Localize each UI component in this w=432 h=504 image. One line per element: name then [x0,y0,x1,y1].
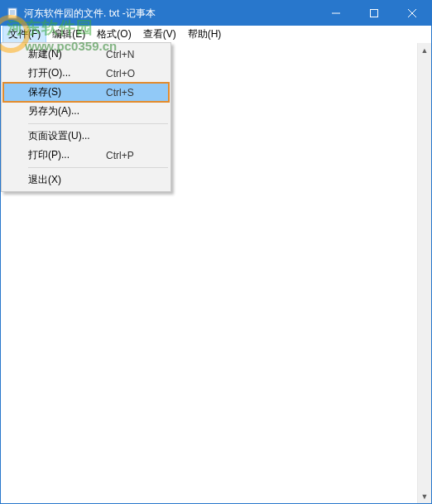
window-title: 河东软件园的文件. txt -记事本 [24,7,317,21]
notepad-icon [6,7,19,20]
menu-item-shortcut: Ctrl+P [106,150,144,161]
menu-item-label: 另存为(A)... [28,104,106,118]
vertical-scrollbar[interactable]: ▲ ▼ [417,43,431,503]
menu-item-label: 新建(N) [28,47,106,61]
menu-view[interactable]: 查看(V) [137,26,182,43]
titlebar: 河东软件园的文件. txt -记事本 [1,1,431,26]
menu-item[interactable]: 退出(X) [3,170,169,190]
menu-separator [28,123,168,124]
scroll-track[interactable] [418,57,431,489]
menu-file[interactable]: 文件(F) [2,26,46,43]
menu-help[interactable]: 帮助(H) [182,26,228,43]
menu-item[interactable]: 打印(P)...Ctrl+P [3,146,169,165]
svg-rect-0 [8,8,17,18]
menu-item-label: 退出(X) [28,173,106,187]
minimize-button[interactable] [317,1,355,26]
menu-item-shortcut: Ctrl+N [106,49,144,60]
maximize-button[interactable] [355,1,393,26]
menu-item[interactable]: 打开(O)...Ctrl+O [3,64,169,83]
menu-item-shortcut: Ctrl+O [106,68,144,79]
close-button[interactable] [393,1,431,26]
menu-separator [28,167,168,168]
menu-item-shortcut: Ctrl+S [106,87,144,98]
menu-item-label: 打印(P)... [28,148,106,162]
menubar: 文件(F) 编辑(E) 格式(O) 查看(V) 帮助(H) [1,26,431,43]
menu-item[interactable]: 保存(S)Ctrl+S [3,83,169,102]
menu-format[interactable]: 格式(O) [91,26,137,43]
scroll-down-icon[interactable]: ▼ [418,489,431,503]
menu-item[interactable]: 页面设置(U)... [3,127,169,146]
menu-item-label: 打开(O)... [28,66,106,80]
scroll-up-icon[interactable]: ▲ [418,43,431,57]
menu-item[interactable]: 新建(N)Ctrl+N [3,45,169,64]
svg-rect-5 [371,10,378,17]
menu-edit[interactable]: 编辑(E) [46,26,91,43]
menu-item-label: 保存(S) [28,85,106,99]
menu-item-label: 页面设置(U)... [28,129,106,143]
file-menu-dropdown: 新建(N)Ctrl+N打开(O)...Ctrl+O保存(S)Ctrl+S另存为(… [1,42,171,192]
menu-item[interactable]: 另存为(A)... [3,102,169,121]
